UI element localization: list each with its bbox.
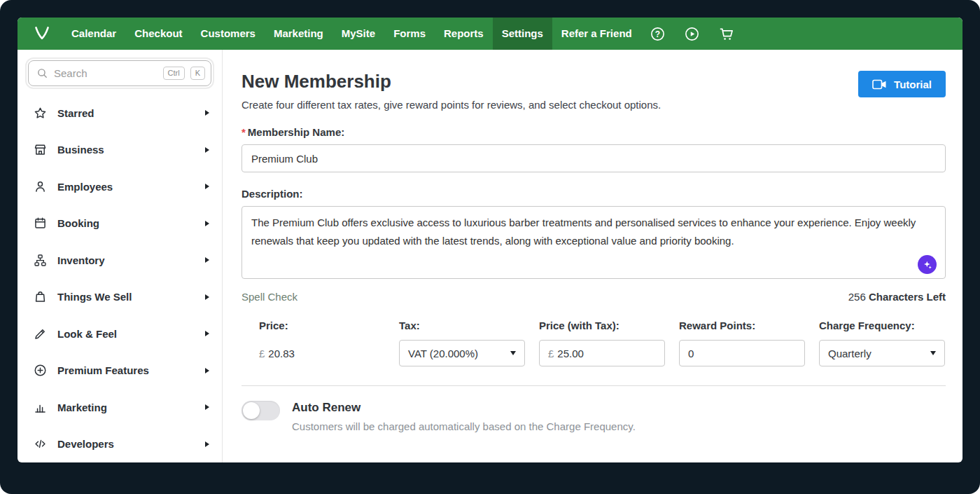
pricing-row: Price: £20.83 Tax: VAT (20.000%) Price (…: [259, 320, 946, 366]
help-icon[interactable]: ?: [650, 25, 666, 42]
nav-item-forms[interactable]: Forms: [384, 18, 435, 50]
price-with-tax-value[interactable]: [557, 348, 656, 359]
nav-item-reports[interactable]: Reports: [435, 18, 493, 50]
star-icon: [32, 105, 48, 121]
search-icon: [36, 67, 48, 79]
search-input[interactable]: [54, 67, 158, 79]
reward-points-input[interactable]: [688, 348, 796, 359]
search-box: Ctrl K: [28, 60, 211, 86]
price-with-tax-input[interactable]: £: [539, 340, 665, 366]
description-label: Description:: [241, 188, 946, 200]
auto-renew-description: Customers will be charged automatically …: [292, 420, 636, 432]
code-icon: [32, 437, 48, 452]
sidebar-item-starred[interactable]: Starred: [18, 95, 222, 132]
nav-item-mysite[interactable]: MySite: [332, 18, 384, 50]
app-body: Ctrl K Starred Business: [18, 50, 962, 462]
sidebar-item-business[interactable]: Business: [18, 132, 222, 169]
page-title: New Membership: [241, 71, 661, 92]
reward-points-column: Reward Points:: [679, 320, 805, 366]
calendar-icon: [32, 216, 48, 231]
chevron-right-icon: [205, 294, 209, 300]
play-icon[interactable]: [684, 25, 701, 42]
video-camera-icon: [872, 79, 887, 90]
membership-name-input[interactable]: [241, 144, 946, 172]
membership-name-field: *Membership Name:: [241, 126, 946, 172]
characters-left: 256 Characters Left: [848, 291, 946, 303]
sidebar-item-label: Premium Features: [57, 364, 149, 376]
sidebar-item-label: Marketing: [57, 402, 107, 413]
price-column: Price: £20.83: [259, 320, 385, 366]
tax-label: Tax:: [399, 320, 525, 331]
sidebar-item-label: Developers: [57, 438, 114, 450]
vagaro-logo[interactable]: [29, 20, 55, 47]
charge-frequency-column: Charge Frequency: Quarterly: [819, 320, 945, 366]
nav-item-checkout[interactable]: Checkout: [125, 18, 191, 50]
chevron-right-icon: [205, 404, 209, 410]
sidebar-item-label: Business: [57, 144, 104, 156]
chevron-down-icon: [930, 351, 936, 355]
ctrl-keycap: Ctrl: [163, 67, 185, 80]
top-nav: Calendar Checkout Customers Marketing My…: [18, 18, 962, 50]
sidebar-item-label: Inventory: [57, 254, 105, 266]
sidebar-item-premium-features[interactable]: Premium Features: [18, 352, 222, 390]
sidebar-item-look-and-feel[interactable]: Look & Feel: [18, 315, 222, 352]
section-divider: [241, 385, 946, 386]
nav-item-customers[interactable]: Customers: [192, 18, 265, 50]
svg-text:?: ?: [655, 29, 660, 39]
price-with-tax-label: Price (with Tax):: [539, 320, 665, 331]
chevron-right-icon: [205, 441, 209, 447]
chevron-right-icon: [205, 110, 209, 116]
toggle-knob: [243, 402, 260, 419]
pencil-icon: [32, 326, 48, 341]
app-window: Calendar Checkout Customers Marketing My…: [18, 18, 962, 462]
chevron-right-icon: [205, 147, 209, 153]
tutorial-button[interactable]: Tutorial: [858, 71, 946, 97]
bag-icon: [32, 289, 48, 305]
membership-name-label: *Membership Name:: [241, 126, 946, 138]
person-icon: [32, 179, 48, 194]
sidebar-item-developers[interactable]: Developers: [18, 426, 222, 463]
sidebar-item-label: Things We Sell: [57, 291, 132, 303]
nav-item-marketing[interactable]: Marketing: [265, 18, 332, 50]
sidebar-item-label: Booking: [57, 217, 99, 229]
chevron-right-icon: [205, 368, 209, 373]
window-frame: Calendar Checkout Customers Marketing My…: [0, 0, 980, 494]
cart-icon[interactable]: [718, 25, 735, 42]
sidebar-item-label: Look & Feel: [57, 328, 117, 340]
tax-column: Tax: VAT (20.000%): [399, 320, 525, 366]
auto-renew-toggle[interactable]: [241, 401, 280, 420]
chevron-right-icon: [205, 257, 209, 263]
nav-item-refer-a-friend[interactable]: Refer a Friend: [552, 18, 641, 50]
sidebar-item-things-we-sell[interactable]: Things We Sell: [18, 279, 222, 316]
sidebar-item-booking[interactable]: Booking: [18, 205, 222, 242]
spell-check-link[interactable]: Spell Check: [241, 291, 298, 303]
currency-symbol: £: [259, 348, 265, 359]
nav-item-calendar[interactable]: Calendar: [62, 18, 125, 50]
reward-points-label: Reward Points:: [679, 320, 805, 331]
auto-renew-section: Auto Renew Customers will be charged aut…: [241, 401, 946, 432]
ai-assist-icon[interactable]: [918, 255, 937, 274]
sidebar-item-label: Employees: [57, 181, 113, 193]
description-field: Description: The Premium Club offers exc…: [241, 188, 946, 282]
nav-item-settings[interactable]: Settings: [493, 18, 552, 50]
description-meta-row: Spell Check 256 Characters Left: [241, 291, 946, 303]
reward-points-input-box[interactable]: [679, 340, 805, 366]
k-keycap: K: [190, 67, 205, 80]
page-header: New Membership Create four different tax…: [241, 71, 946, 111]
sidebar-item-employees[interactable]: Employees: [18, 168, 222, 205]
description-textarea[interactable]: The Premium Club offers exclusive access…: [241, 206, 946, 279]
price-value: £20.83: [259, 340, 385, 359]
sidebar: Ctrl K Starred Business: [18, 50, 223, 462]
chevron-right-icon: [205, 331, 209, 336]
tutorial-button-label: Tutorial: [894, 78, 932, 90]
tax-dropdown[interactable]: VAT (20.000%): [399, 340, 525, 366]
page-subtitle: Create four different tax rates, give re…: [241, 99, 661, 111]
charge-frequency-selected-value: Quarterly: [828, 348, 872, 359]
bar-chart-icon: [32, 399, 48, 415]
nav-icon-group: ?: [650, 25, 735, 42]
charge-frequency-dropdown[interactable]: Quarterly: [819, 340, 945, 366]
sidebar-item-marketing[interactable]: Marketing: [18, 389, 222, 426]
sidebar-item-inventory[interactable]: Inventory: [18, 242, 222, 279]
chevron-right-icon: [205, 184, 209, 189]
price-label: Price:: [259, 320, 385, 331]
